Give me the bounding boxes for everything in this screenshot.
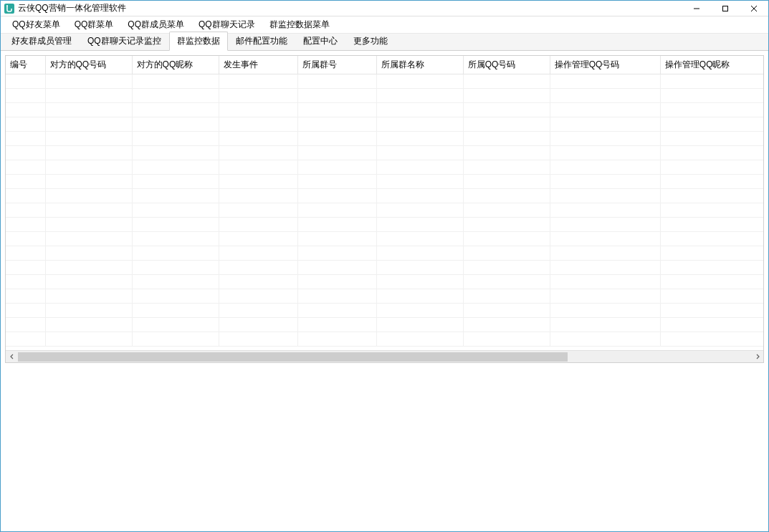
app-window: 云侠QQ营销一体化管理软件 QQ好友菜单 QQ群菜单 QQ群成员菜单 QQ群聊天… xyxy=(0,0,769,532)
col-header-owner-qq[interactable]: 所属QQ号码 xyxy=(463,56,550,74)
col-header-target-qq[interactable]: 对方的QQ号码 xyxy=(45,56,132,74)
titlebar: 云侠QQ营销一体化管理软件 xyxy=(1,1,768,16)
menu-qq-group-chat[interactable]: QQ群聊天记录 xyxy=(191,16,262,33)
minimize-button[interactable] xyxy=(682,1,711,16)
tab-config-center[interactable]: 配置中心 xyxy=(295,32,345,50)
data-table: 编号 对方的QQ号码 对方的QQ昵称 发生事件 所属群号 所属群名称 所属QQ号… xyxy=(6,56,763,347)
tab-more-features[interactable]: 更多功能 xyxy=(345,32,396,50)
table-row[interactable] xyxy=(6,146,763,160)
table-row[interactable] xyxy=(6,89,763,103)
svg-rect-0 xyxy=(4,4,14,14)
col-header-group-id[interactable]: 所属群号 xyxy=(297,56,376,74)
table-body xyxy=(6,74,763,347)
table-row[interactable] xyxy=(6,318,763,332)
table-row[interactable] xyxy=(6,132,763,146)
table-container: 编号 对方的QQ号码 对方的QQ昵称 发生事件 所属群号 所属群名称 所属QQ号… xyxy=(5,55,764,363)
scroll-left-arrow-icon[interactable] xyxy=(6,351,18,363)
table-row[interactable] xyxy=(6,74,763,89)
titlebar-left: 云侠QQ营销一体化管理软件 xyxy=(1,2,126,14)
table-row[interactable] xyxy=(6,261,763,275)
tab-qq-group-chat-monitor[interactable]: QQ群聊天记录监控 xyxy=(80,32,169,50)
col-header-op-qq[interactable]: 操作管理QQ号码 xyxy=(550,56,660,74)
col-header-target-nick[interactable]: 对方的QQ昵称 xyxy=(132,56,219,74)
window-controls xyxy=(682,1,768,16)
menu-group-monitor-data[interactable]: 群监控数据菜单 xyxy=(262,16,337,33)
tab-group-monitor-data[interactable]: 群监控数据 xyxy=(169,32,228,51)
table-row[interactable] xyxy=(6,232,763,246)
scroll-right-arrow-icon[interactable] xyxy=(751,351,763,363)
maximize-button[interactable] xyxy=(711,1,740,16)
tabbar: 好友群成员管理 QQ群聊天记录监控 群监控数据 邮件配置功能 配置中心 更多功能 xyxy=(1,34,768,51)
col-header-op-nick[interactable]: 操作管理QQ昵称 xyxy=(660,56,763,74)
table-row[interactable] xyxy=(6,332,763,347)
app-icon xyxy=(4,3,15,14)
horizontal-scrollbar[interactable] xyxy=(6,350,763,362)
tab-friend-group-member-manage[interactable]: 好友群成员管理 xyxy=(4,32,80,50)
blank-area xyxy=(5,363,764,527)
table-row[interactable] xyxy=(6,103,763,117)
col-header-id[interactable]: 编号 xyxy=(6,56,45,74)
col-header-group-name[interactable]: 所属群名称 xyxy=(376,56,463,74)
tab-mail-config[interactable]: 邮件配置功能 xyxy=(228,32,295,50)
table-row[interactable] xyxy=(6,304,763,318)
table-row[interactable] xyxy=(6,189,763,203)
svg-rect-2 xyxy=(723,6,728,11)
menu-qq-groups[interactable]: QQ群菜单 xyxy=(67,16,121,33)
table-row[interactable] xyxy=(6,218,763,232)
window-title: 云侠QQ营销一体化管理软件 xyxy=(18,2,126,14)
menu-qq-group-members[interactable]: QQ群成员菜单 xyxy=(120,16,191,33)
menu-qq-friends[interactable]: QQ好友菜单 xyxy=(5,16,67,33)
table-row[interactable] xyxy=(6,203,763,218)
table-row[interactable] xyxy=(6,275,763,289)
table-header-row: 编号 对方的QQ号码 对方的QQ昵称 发生事件 所属群号 所属群名称 所属QQ号… xyxy=(6,56,763,74)
scrollbar-track[interactable] xyxy=(18,351,751,363)
scrollbar-thumb[interactable] xyxy=(18,352,568,362)
close-button[interactable] xyxy=(740,1,768,16)
table-wrapper: 编号 对方的QQ号码 对方的QQ昵称 发生事件 所属群号 所属群名称 所属QQ号… xyxy=(6,56,763,350)
table-row[interactable] xyxy=(6,289,763,304)
table-row[interactable] xyxy=(6,175,763,189)
col-header-event[interactable]: 发生事件 xyxy=(219,56,297,74)
table-row[interactable] xyxy=(6,246,763,261)
table-row[interactable] xyxy=(6,160,763,175)
content-area: 编号 对方的QQ号码 对方的QQ昵称 发生事件 所属群号 所属群名称 所属QQ号… xyxy=(1,51,768,531)
table-row[interactable] xyxy=(6,117,763,132)
